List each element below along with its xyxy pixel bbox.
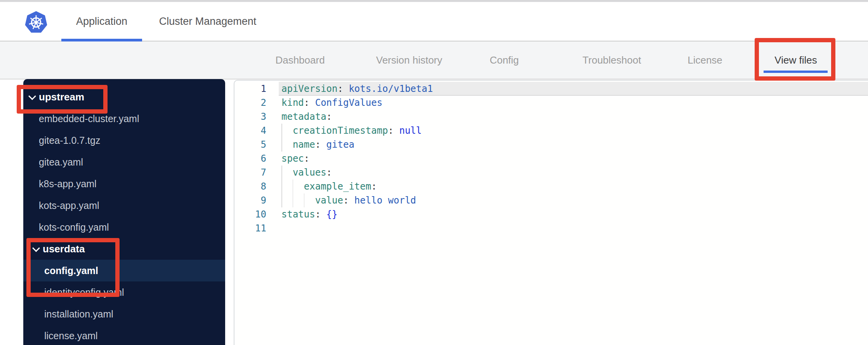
tree-file-k8s-app.yaml[interactable]: k8s-app.yaml <box>23 173 225 195</box>
code-text: status: {} <box>281 207 338 221</box>
line-number: 5 <box>234 138 266 152</box>
code-text: creationTimestamp: null <box>281 124 422 138</box>
kubernetes-logo-icon <box>24 10 48 34</box>
line-number: 7 <box>234 166 266 179</box>
app-navbar: Dashboard Version history Config Trouble… <box>0 41 868 79</box>
line-number: 2 <box>234 96 266 110</box>
nav-tab-dashboard[interactable]: Dashboard <box>275 41 325 79</box>
code-line-6[interactable]: 6spec: <box>234 152 868 166</box>
nav-tab-license-label: License <box>687 54 722 66</box>
code-line-8[interactable]: 8 example_item: <box>234 179 868 193</box>
code-line-10[interactable]: 10status: {} <box>234 207 868 221</box>
tree-file-kots-config.yaml[interactable]: kots-config.yaml <box>23 216 225 238</box>
tree-item-label: license.yaml <box>44 330 98 342</box>
chevron-down-icon[interactable] <box>30 95 35 102</box>
tree-file-embedded-cluster.yaml[interactable]: embedded-cluster.yaml <box>23 108 225 129</box>
file-tree-sidebar: upstreamembedded-cluster.yamlgitea-1.0.7… <box>23 79 225 345</box>
tree-item-label: k8s-app.yaml <box>39 178 97 190</box>
nav-tab-view-files[interactable]: View files <box>774 41 817 79</box>
chevron-down-icon[interactable] <box>33 247 39 254</box>
nav-tab-version-history-label: Version history <box>376 54 443 66</box>
nav-tab-dashboard-label: Dashboard <box>275 54 325 66</box>
code-line-2[interactable]: 2kind: ConfigValues <box>234 96 868 110</box>
nav-tab-version-history[interactable]: Version history <box>376 41 443 79</box>
tree-item-label: gitea-1.0.7.tgz <box>39 135 100 146</box>
line-number: 10 <box>234 207 266 221</box>
code-text: example_item: <box>281 179 377 193</box>
code-line-1[interactable]: 1apiVersion: kots.io/v1beta1 <box>234 82 868 96</box>
line-number: 3 <box>234 110 266 124</box>
tree-file-license.yaml[interactable]: license.yaml <box>23 325 225 345</box>
code-text: spec: <box>281 152 309 166</box>
code-text: name: gitea <box>281 138 354 152</box>
tree-folder-userdata[interactable]: userdata <box>23 238 225 260</box>
code-line-5[interactable]: 5 name: gitea <box>234 138 868 152</box>
code-line-7[interactable]: 7 values: <box>234 166 868 179</box>
view-files-active-underline <box>764 71 828 73</box>
code-text: metadata: <box>281 110 332 124</box>
code-line-9[interactable]: 9 value: hello world <box>234 193 868 207</box>
tab-application[interactable]: Application <box>61 2 142 41</box>
active-tab-underline <box>61 39 142 41</box>
kots-admin-console: Application Cluster Management Dashboard… <box>0 0 868 345</box>
code-line-11[interactable]: 11 <box>234 221 868 235</box>
nav-tab-license[interactable]: License <box>687 41 722 79</box>
tab-cluster-management-label: Cluster Management <box>159 16 257 28</box>
code-line-4[interactable]: 4 creationTimestamp: null <box>234 124 868 138</box>
line-number: 1 <box>234 82 266 96</box>
tree-file-installation.yaml[interactable]: installation.yaml <box>23 303 225 325</box>
nav-tab-config[interactable]: Config <box>490 41 519 79</box>
app-header: Application Cluster Management <box>0 2 868 41</box>
tree-item-label: gitea.yaml <box>39 157 83 168</box>
tree-item-label: installation.yaml <box>44 309 113 320</box>
tree-item-label: config.yaml <box>44 265 98 276</box>
code-text: value: hello world <box>281 193 416 207</box>
tree-item-label: kots-app.yaml <box>39 200 99 211</box>
line-number: 9 <box>234 193 266 207</box>
tree-item-label: upstream <box>39 91 84 103</box>
line-number: 4 <box>234 124 266 138</box>
code-line-3[interactable]: 3metadata: <box>234 110 868 124</box>
tree-file-identityconfig.yaml[interactable]: identityconfig.yaml <box>23 281 225 303</box>
line-number: 6 <box>234 152 266 166</box>
tree-file-gitea.yaml[interactable]: gitea.yaml <box>23 151 225 173</box>
tree-file-config.yaml[interactable]: config.yaml <box>23 260 225 281</box>
nav-tab-view-files-label: View files <box>774 54 817 66</box>
nav-tab-troubleshoot[interactable]: Troubleshoot <box>583 41 641 79</box>
nav-tab-troubleshoot-label: Troubleshoot <box>583 54 641 66</box>
code-text: values: <box>281 166 332 179</box>
tree-item-label: embedded-cluster.yaml <box>39 113 139 124</box>
tree-item-label: identityconfig.yaml <box>44 287 124 298</box>
line-number: 8 <box>234 179 266 193</box>
tree-item-label: userdata <box>43 243 85 255</box>
tree-folder-upstream[interactable]: upstream <box>23 86 225 108</box>
yaml-editor[interactable]: 1apiVersion: kots.io/v1beta12kind: Confi… <box>234 80 868 345</box>
tree-file-kots-app.yaml[interactable]: kots-app.yaml <box>23 195 225 216</box>
line-number: 11 <box>234 221 266 235</box>
code-text: kind: ConfigValues <box>281 96 382 110</box>
tab-application-label: Application <box>76 16 127 28</box>
tab-cluster-management[interactable]: Cluster Management <box>153 2 262 41</box>
tree-item-label: kots-config.yaml <box>39 222 109 233</box>
code-text: apiVersion: kots.io/v1beta1 <box>281 82 433 96</box>
tree-file-gitea-1.0.7.tgz[interactable]: gitea-1.0.7.tgz <box>23 129 225 151</box>
nav-tab-config-label: Config <box>490 54 519 66</box>
